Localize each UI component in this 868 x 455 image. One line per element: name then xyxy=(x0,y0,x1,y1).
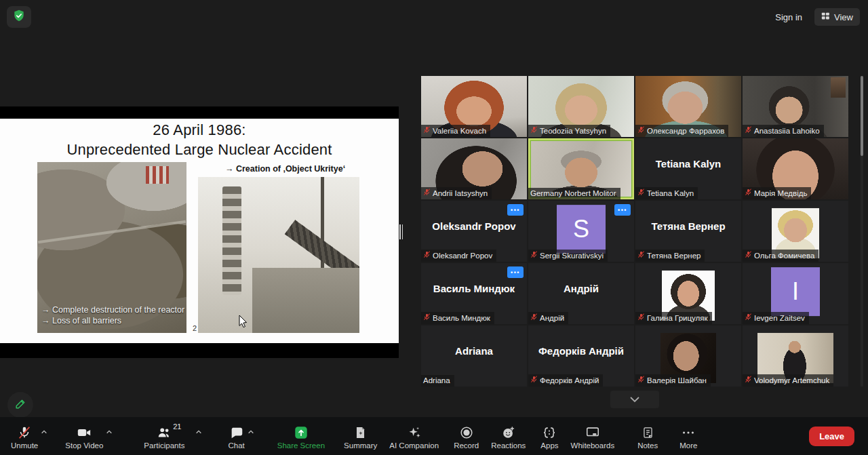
name-tag: Valeriia Kovach xyxy=(421,125,490,137)
ai-companion-button[interactable]: AI Companion xyxy=(389,422,439,450)
tile-menu-button[interactable]: ••• xyxy=(614,204,631,216)
chat-options-chevron[interactable] xyxy=(248,425,254,437)
participant-name: Олександр Фаррахов xyxy=(647,127,724,135)
record-icon xyxy=(459,422,474,440)
participants-options-chevron[interactable] xyxy=(195,425,202,437)
share-screen-button[interactable]: Share Screen xyxy=(277,422,325,450)
participant-tile[interactable]: Teodoziia Yatsyhyn xyxy=(528,76,634,137)
name-tag: Валерія Шайбан xyxy=(635,374,711,387)
participant-tile[interactable]: Andrii Iatsyshyn xyxy=(421,138,527,199)
muted-mic-icon xyxy=(423,189,431,197)
name-tag: Andrii Iatsyshyn xyxy=(421,187,492,199)
name-tag: Андрій xyxy=(528,312,568,324)
participant-tile[interactable]: ••• Василь Миндюк Василь Миндюк xyxy=(421,263,527,324)
leave-button[interactable]: Leave xyxy=(809,427,854,446)
slide-image-sarcophagus-construction xyxy=(198,177,359,333)
name-tag: Sergii Skurativskyi xyxy=(528,250,608,262)
participant-tile[interactable]: Марія Медвідь xyxy=(743,138,848,199)
participant-tile[interactable]: Tetiana Kalyn Tetiana Kalyn xyxy=(635,138,741,199)
shield-check-icon xyxy=(12,9,26,25)
participant-tile[interactable]: Галина Грицуляк xyxy=(635,263,741,324)
audio-options-chevron[interactable] xyxy=(41,425,47,437)
muted-mic-icon xyxy=(530,313,538,322)
participant-tile[interactable]: Valeriia Kovach xyxy=(421,76,527,137)
participant-tile[interactable]: Тетяна Вернер Тетяна Вернер xyxy=(635,201,741,262)
gallery-more-tiles-button[interactable] xyxy=(610,391,659,408)
name-tag: Галина Грицуляк xyxy=(635,312,712,324)
name-tag: Василь Миндюк xyxy=(421,312,494,324)
more-dots-icon xyxy=(681,422,696,440)
participants-count-badge: 21 xyxy=(173,422,181,431)
participant-display-name: Федорків Андрій xyxy=(528,325,634,376)
grid-view-icon xyxy=(821,12,830,22)
participants-icon: 21 xyxy=(156,422,172,440)
participants-button[interactable]: 21 Participants xyxy=(144,422,184,450)
summary-button[interactable]: Summary xyxy=(344,422,377,450)
more-button[interactable]: More xyxy=(679,422,697,450)
participant-tile[interactable]: Anastasiia Lahoiko xyxy=(743,76,848,137)
meeting-security-button[interactable] xyxy=(7,6,31,28)
record-label: Record xyxy=(454,441,479,450)
name-tag: Volodymyr Artemchuk xyxy=(743,374,833,387)
notes-button[interactable]: Notes xyxy=(637,422,658,450)
muted-mic-icon xyxy=(745,126,752,135)
participant-tile[interactable]: Adriana Adriana xyxy=(421,325,527,387)
chat-button[interactable]: Chat xyxy=(228,422,244,450)
muted-mic-icon xyxy=(530,126,538,135)
letterbox-top xyxy=(0,106,399,119)
annotate-button[interactable] xyxy=(7,392,33,418)
name-tag: Ольга Фомичева xyxy=(743,250,818,262)
slide-image-destroyed-reactor: → Complete destruction of the reactor → … xyxy=(37,162,186,333)
unmute-button[interactable]: Unmute xyxy=(11,422,38,450)
video-options-chevron[interactable] xyxy=(106,425,113,437)
whiteboards-label: Whiteboards xyxy=(571,441,615,450)
participant-tile[interactable]: Ольга Фомичева xyxy=(743,201,848,262)
participant-display-name: Tetiana Kalyn xyxy=(635,138,741,189)
pane-divider-handle[interactable] xyxy=(399,224,404,239)
participant-tile[interactable]: Федорків Андрій Федорків Андрій xyxy=(528,325,634,387)
participant-tile[interactable]: Андрій Андрій xyxy=(528,263,634,324)
participant-tile[interactable]: I Ievgen Zaitsev xyxy=(743,263,848,324)
stop-video-button[interactable]: Stop Video xyxy=(65,422,103,450)
participant-name: Valeriia Kovach xyxy=(433,127,486,135)
reactions-button[interactable]: Reactions xyxy=(491,422,526,450)
participant-tile[interactable]: ••• S Sergii Skurativskyi xyxy=(528,201,634,262)
whiteboards-button[interactable]: Whiteboards xyxy=(571,422,615,450)
sign-in-button[interactable]: Sign in xyxy=(770,9,808,26)
slide-caption: → Creation of ‚Object Ukritye‘ xyxy=(225,164,345,174)
apps-button[interactable]: Apps xyxy=(540,422,558,450)
name-tag: Teodoziia Yatsyhyn xyxy=(528,125,610,137)
gallery-scrollbar-thumb[interactable] xyxy=(861,76,863,156)
pencil-icon xyxy=(14,397,27,413)
chevron-down-icon xyxy=(629,393,640,405)
slide-bullet-2: → Loss of all barriers xyxy=(41,315,184,326)
muted-mic-icon xyxy=(745,251,752,260)
muted-mic-icon xyxy=(637,313,645,322)
letter-avatar: S xyxy=(557,205,606,254)
chat-label: Chat xyxy=(228,441,244,450)
notes-label: Notes xyxy=(637,441,658,450)
participant-tile[interactable]: Volodymyr Artemchuk xyxy=(743,325,848,387)
participant-tile[interactable]: Олександр Фаррахов xyxy=(635,76,741,137)
muted-mic-icon xyxy=(530,251,538,260)
participant-name: Валерія Шайбан xyxy=(647,376,707,384)
participant-name: Андрій xyxy=(540,314,564,322)
view-button[interactable]: View xyxy=(814,8,860,26)
name-tag: Марія Медвідь xyxy=(743,187,811,199)
record-button[interactable]: Record xyxy=(454,422,479,450)
participant-gallery: Valeriia Kovach Teodoziia Yatsyhyn Олекс… xyxy=(421,76,850,387)
camera-icon xyxy=(76,422,92,440)
muted-mic-icon xyxy=(745,189,752,197)
participant-tile[interactable]: Валерія Шайбан xyxy=(635,325,741,387)
reactions-label: Reactions xyxy=(491,441,526,450)
slide-title-line1: 26 April 1986: xyxy=(0,121,399,139)
mouse-cursor xyxy=(239,315,248,331)
participant-name: Ievgen Zaitsev xyxy=(754,314,805,322)
participant-display-name: Oleksandr Popov xyxy=(421,201,527,251)
participant-tile-active-speaker[interactable]: Germany Norbert Molitor xyxy=(528,138,634,199)
gallery-scrollbar[interactable] xyxy=(861,76,863,387)
participant-tile[interactable]: ••• Oleksandr Popov Oleksandr Popov xyxy=(421,201,527,262)
letterbox-bottom xyxy=(0,343,399,358)
muted-mic-icon xyxy=(745,376,752,384)
muted-mic-icon xyxy=(637,251,645,260)
